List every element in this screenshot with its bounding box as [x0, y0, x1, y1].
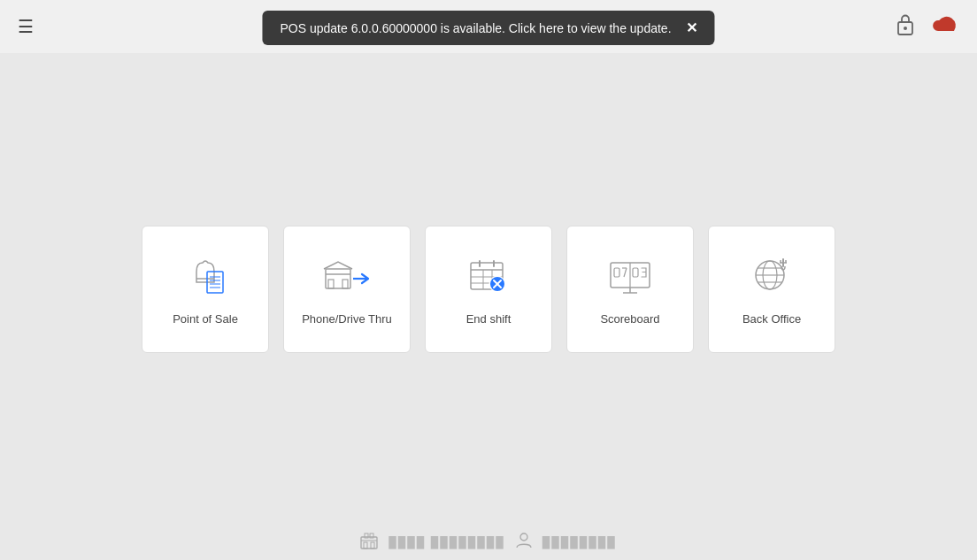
user-name-text: ████████	[542, 536, 617, 548]
lock-icon	[896, 12, 915, 41]
card-point-of-sale[interactable]: Point of Sale	[142, 226, 269, 353]
svg-rect-45	[371, 542, 374, 548]
card-label-phone-drive-thru: Phone/Drive Thru	[302, 312, 392, 326]
svg-point-48	[520, 533, 527, 541]
card-label-pos: Point of Sale	[173, 312, 238, 326]
pos-icon	[181, 252, 230, 302]
cards-container: Point of Sale Phone/Drive Thru	[142, 226, 835, 353]
notification-close-button[interactable]: ✕	[686, 19, 697, 36]
user-icon	[516, 532, 532, 554]
store-name-text: ████ ████████	[388, 536, 504, 548]
scoreboard-icon	[605, 252, 655, 302]
card-phone-drive-thru[interactable]: Phone/Drive Thru	[283, 226, 411, 353]
card-scoreboard[interactable]: Scoreboard	[566, 226, 694, 353]
svg-point-1	[904, 27, 907, 30]
card-label-scoreboard: Scoreboard	[600, 312, 659, 326]
card-end-shift[interactable]: End shift	[425, 226, 552, 353]
svg-rect-44	[364, 542, 367, 548]
card-label-end-shift: End shift	[466, 312, 512, 326]
menu-icon[interactable]: ☰	[18, 16, 34, 37]
svg-rect-10	[328, 280, 334, 288]
cloud-icon	[931, 13, 959, 40]
svg-rect-27	[614, 268, 619, 277]
store-building-icon	[360, 532, 378, 554]
main-content: Point of Sale Phone/Drive Thru	[0, 53, 977, 525]
bottom-bar: ████ ████████ ████████	[0, 525, 977, 560]
svg-rect-11	[342, 280, 348, 288]
card-back-office[interactable]: Back Office	[708, 226, 835, 353]
phone-drive-thru-icon	[322, 252, 372, 302]
back-office-icon	[747, 252, 796, 302]
end-shift-icon	[464, 252, 513, 302]
notification-banner[interactable]: POS update 6.0.0.60000000 is available. …	[262, 11, 714, 45]
svg-rect-30	[633, 268, 638, 277]
card-label-back-office: Back Office	[742, 312, 801, 326]
svg-rect-8	[326, 269, 350, 288]
notification-message: POS update 6.0.0.60000000 is available. …	[280, 21, 671, 35]
header-right	[896, 12, 959, 41]
header-left: ☰	[18, 16, 34, 37]
svg-line-29	[624, 268, 627, 277]
